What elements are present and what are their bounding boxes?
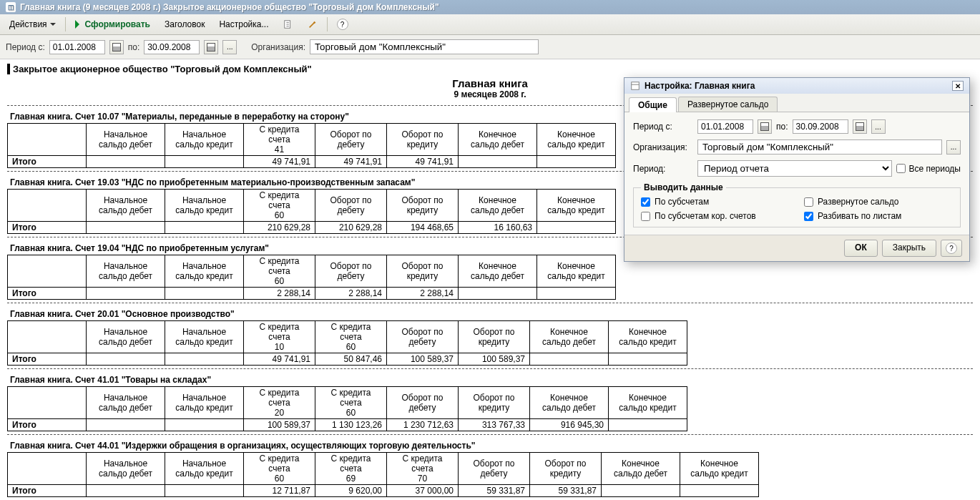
ledger-table: Начальноесальдо дебетНачальноесальдо кре… (7, 255, 616, 300)
cb-sub-checkbox[interactable] (641, 197, 650, 207)
settings-help-button[interactable]: ? (941, 240, 962, 257)
cell (87, 353, 165, 366)
help-button[interactable]: ? (330, 16, 355, 33)
cell: 16 160,63 (459, 222, 537, 234)
s-period-to-input[interactable] (793, 119, 848, 134)
cell (165, 222, 244, 234)
s-period-select[interactable]: Период отчета (697, 160, 892, 177)
period-chooser-button[interactable]: ... (222, 40, 237, 54)
section-title: Главная книга. Счет 20.01 "Основное прои… (10, 309, 973, 319)
col-header: С кредита счета60 (244, 453, 315, 485)
dash-line (7, 434, 973, 435)
tab-general[interactable]: Общие (629, 97, 677, 112)
s-org-input[interactable] (697, 139, 942, 155)
tool-icon-2[interactable] (301, 16, 324, 32)
settings-titlebar[interactable]: Настройка: Главная книга ✕ (624, 78, 969, 94)
ledger-table: Начальноесальдо дебетНачальноесальдо кре… (7, 189, 616, 234)
col-header: Начальноесальдо дебет (87, 453, 165, 485)
org-label: Организация: (251, 42, 305, 52)
settings-tabs: Общие Развернутое сальдо (624, 94, 969, 112)
s-all-periods-checkbox[interactable] (896, 164, 906, 173)
row-label: Итого (8, 222, 87, 234)
col-header: Оборот подебету (315, 255, 387, 288)
cell: 100 589,37 (387, 353, 459, 366)
filter-bar: Период с: по: ... Организация: (0, 35, 980, 59)
col-header: Начальноесальдо кредит (165, 190, 244, 222)
generate-button[interactable]: Сформировать (69, 16, 157, 32)
cb-sub-corr-checkbox[interactable] (641, 212, 650, 221)
col-header: Начальноесальдо дебет (87, 387, 165, 419)
col-header: Начальноесальдо дебет (87, 255, 165, 288)
cb-expanded[interactable]: Развернутое сальдо (804, 197, 953, 207)
cell: 194 468,65 (387, 222, 459, 234)
section-title: Главная книга. Счет 44.01 "Издержки обра… (10, 441, 973, 451)
cell (87, 288, 165, 300)
s-calendar-from-button[interactable] (758, 119, 772, 134)
period-to-label: по: (128, 42, 140, 52)
period-from-label: Период с: (6, 42, 45, 52)
settings-button[interactable]: Настройка... (212, 16, 275, 32)
s-calendar-to-button[interactable] (853, 119, 867, 134)
cb-sub[interactable]: По субсчетам (641, 197, 790, 207)
settings-close-button[interactable]: ✕ (952, 81, 964, 91)
window-icon: ◫ (6, 2, 16, 12)
col-header: С кредита счета60 (244, 190, 315, 222)
calendar-from-button[interactable] (109, 40, 124, 54)
toolbar: Действия Сформировать Заголовок Настройк… (0, 14, 980, 35)
org-input[interactable] (310, 39, 539, 54)
s-org-chooser-button[interactable]: ... (946, 140, 961, 155)
cell: 9 620,00 (315, 485, 387, 497)
col-header: С кредита счета60 (244, 255, 315, 288)
period-to-input[interactable] (144, 40, 200, 54)
cb-break[interactable]: Разбивать по листам (804, 211, 953, 221)
tab-expanded-saldo[interactable]: Развернутое сальдо (678, 97, 778, 112)
ledger-table: Начальноесальдо дебетНачальноесальдо кре… (7, 386, 687, 431)
tool-icon-1[interactable] (277, 16, 300, 32)
col-header: Конечноесальдо дебет (459, 255, 537, 288)
col-header: Оборот покредиту (459, 321, 530, 353)
cb-sub-corr[interactable]: По субсчетам кор. счетов (641, 211, 790, 221)
cb-expanded-checkbox[interactable] (804, 197, 813, 207)
col-header: Начальноесальдо кредит (165, 124, 244, 156)
col-header: Конечноесальдо кредит (680, 453, 759, 485)
cell (87, 419, 165, 431)
row-label: Итого (8, 485, 87, 497)
cell: 49 741,91 (387, 156, 459, 168)
play-icon (75, 20, 84, 29)
period-from-input[interactable] (49, 40, 105, 54)
settings-close-btn[interactable]: Закрыть (882, 240, 936, 257)
cell (537, 288, 616, 300)
col-header: Конечноесальдо кредит (537, 190, 616, 222)
separator (65, 17, 66, 31)
s-all-periods[interactable]: Все периоды (896, 164, 961, 174)
cell (165, 288, 244, 300)
s-period-label: Период: (633, 164, 693, 174)
s-period-chooser-button[interactable]: ... (871, 119, 886, 134)
col-header: Конечноесальдо дебет (530, 387, 609, 419)
output-data-group: Выводить данные По субсчетам Развернутое… (633, 182, 961, 227)
header-button[interactable]: Заголовок (158, 16, 211, 32)
row-label: Итого (8, 288, 87, 300)
calendar-to-button[interactable] (204, 40, 218, 54)
actions-button[interactable]: Действия (3, 16, 62, 32)
col-header: Конечноесальдо кредит (609, 321, 687, 353)
cell (165, 485, 244, 497)
cell (459, 288, 537, 300)
s-period-from-input[interactable] (697, 119, 753, 134)
cell (537, 156, 616, 168)
cell (87, 485, 165, 497)
cb-break-checkbox[interactable] (804, 212, 813, 221)
cell (165, 419, 244, 431)
dash-line (7, 303, 973, 303)
col-header: Оборот подебету (315, 124, 387, 156)
col-header: Конечноесальдо кредит (609, 387, 687, 419)
col-header: Начальноесальдо дебет (87, 321, 165, 353)
settings-ok-button[interactable]: ОК (844, 240, 878, 257)
col-header: Начальноесальдо кредит (165, 387, 244, 419)
cell: 1 130 123,26 (315, 419, 387, 431)
col-blank (8, 387, 87, 419)
col-header: Начальноесальдо кредит (165, 321, 244, 353)
col-header: С кредита счета10 (244, 321, 315, 353)
col-header: Оборот покредиту (387, 190, 459, 222)
col-header: Начальноесальдо дебет (87, 124, 165, 156)
